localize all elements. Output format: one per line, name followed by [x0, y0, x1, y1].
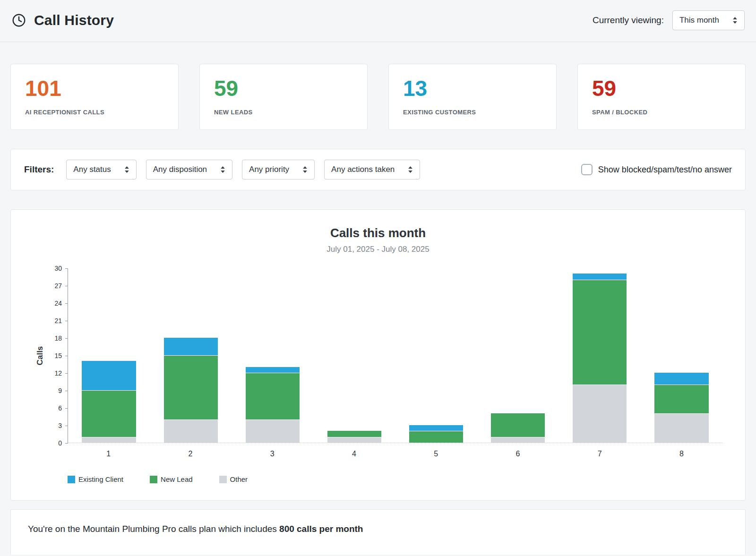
chart-title: Calls this month	[34, 226, 722, 240]
y-tick-mark	[65, 426, 68, 426]
bar-segment-other[interactable]	[491, 437, 545, 443]
bar-day-7[interactable]	[573, 274, 627, 443]
bar-segment-other[interactable]	[82, 437, 136, 443]
bar-day-5[interactable]	[409, 425, 463, 443]
x-tick-label: 3	[232, 450, 313, 458]
filter-dropdown-any-priority[interactable]: Any priority	[242, 160, 315, 180]
plan-info: You're on the Mountain Plumbing Pro call…	[10, 509, 746, 555]
filter-dropdown-any-status[interactable]: Any status	[66, 160, 136, 180]
bar-segment-existing-client[interactable]	[82, 361, 136, 390]
bar-segment-new-lead[interactable]	[573, 280, 627, 385]
x-axis-spacer	[34, 450, 68, 458]
legend-swatch	[150, 476, 157, 483]
updown-arrows-icon	[732, 17, 738, 24]
bar-segment-new-lead[interactable]	[327, 431, 381, 436]
y-tick-label: 21	[54, 317, 62, 325]
stat-label: EXISTING CUSTOMERS	[403, 109, 542, 116]
x-tick-label: 4	[313, 450, 395, 458]
y-tick-mark	[65, 373, 68, 374]
bar-segment-new-lead[interactable]	[491, 413, 545, 436]
bar-slot	[395, 268, 477, 443]
bar-segment-existing-client[interactable]	[246, 367, 300, 373]
filter-dropdown-any-actions-taken[interactable]: Any actions taken	[324, 160, 420, 180]
y-tick-label: 12	[54, 369, 62, 377]
filter-dropdowns: Any statusAny dispositionAny priorityAny…	[66, 160, 420, 180]
x-axis: 12345678	[34, 450, 722, 458]
stat-label: NEW LEADS	[214, 109, 353, 116]
bar-segment-existing-client[interactable]	[573, 274, 627, 279]
bar-day-8[interactable]	[654, 373, 708, 443]
x-tick-label: 6	[477, 450, 558, 458]
y-tick-mark	[65, 391, 68, 391]
y-tick-mark	[65, 286, 68, 286]
bar-segment-new-lead[interactable]	[409, 431, 463, 443]
stats-row: 101AI RECEPTIONIST CALLS59NEW LEADS13EXI…	[10, 64, 746, 130]
viewing-label: Currently viewing:	[593, 15, 664, 26]
x-tick-label: 7	[559, 450, 641, 458]
viewing-dropdown-value: This month	[679, 16, 719, 25]
stat-card-spam-blocked: 59SPAM / BLOCKED	[577, 64, 746, 130]
y-tick-label: 15	[54, 352, 62, 359]
bar-segment-existing-client[interactable]	[654, 373, 708, 385]
plan-info-quota: 800 calls per month	[279, 524, 363, 534]
filter-dropdown-value: Any actions taken	[331, 165, 395, 174]
bar-segment-other[interactable]	[164, 419, 218, 443]
bar-segment-new-lead[interactable]	[654, 385, 708, 414]
bar-segment-new-lead[interactable]	[82, 390, 136, 437]
updown-arrows-icon	[220, 166, 225, 173]
updown-arrows-icon	[302, 166, 308, 173]
y-axis: 036912151821242730	[47, 268, 68, 443]
show-blocked-label: Show blocked/spam/test/no answer	[598, 165, 732, 175]
x-tick-label: 2	[149, 450, 231, 458]
stat-card-existing-customers: 13EXISTING CUSTOMERS	[388, 64, 557, 130]
bar-slot	[232, 268, 313, 443]
bar-segment-new-lead[interactable]	[246, 373, 300, 419]
bar-segment-existing-client[interactable]	[164, 338, 218, 355]
y-tick-label: 27	[54, 282, 62, 290]
filter-dropdown-value: Any disposition	[153, 165, 207, 174]
updown-arrows-icon	[124, 166, 129, 173]
bar-segment-other[interactable]	[654, 413, 708, 443]
y-tick-mark	[65, 321, 68, 321]
y-tick-label: 6	[58, 404, 62, 412]
bar-day-1[interactable]	[82, 361, 136, 443]
legend-label: New Lead	[161, 475, 193, 483]
y-tick-mark	[65, 338, 68, 339]
plot-area	[68, 268, 722, 443]
stacked-bar-chart: Calls 036912151821242730	[34, 268, 722, 443]
bar-day-6[interactable]	[491, 413, 545, 443]
bar-segment-other[interactable]	[327, 437, 381, 443]
stat-value: 101	[25, 77, 164, 99]
viewing-control: Currently viewing: This month	[593, 10, 745, 30]
y-axis-title: Calls	[34, 268, 47, 443]
bar-segment-existing-client[interactable]	[409, 425, 463, 431]
legend-item-existing-client[interactable]: Existing Client	[68, 475, 123, 483]
viewing-dropdown[interactable]: This month	[672, 10, 745, 30]
filter-dropdown-value: Any status	[73, 165, 111, 174]
stat-value: 13	[403, 77, 542, 99]
legend-item-other[interactable]: Other	[219, 475, 248, 483]
filter-dropdown-any-disposition[interactable]: Any disposition	[146, 160, 232, 180]
stat-label: SPAM / BLOCKED	[592, 109, 731, 116]
bar-segment-other[interactable]	[573, 385, 627, 443]
stat-card-ai-receptionist-calls: 101AI RECEPTIONIST CALLS	[10, 64, 179, 130]
bar-day-4[interactable]	[327, 431, 381, 443]
bar-day-3[interactable]	[246, 367, 300, 443]
plan-info-text: You're on the Mountain Plumbing Pro call…	[28, 524, 279, 534]
show-blocked-toggle[interactable]: Show blocked/spam/test/no answer	[581, 164, 732, 175]
show-blocked-checkbox[interactable]	[581, 164, 593, 175]
page-header: Call History Currently viewing: This mon…	[0, 0, 756, 42]
filter-dropdown-value: Any priority	[249, 165, 289, 174]
filters-bar: Filters: Any statusAny dispositionAny pr…	[10, 149, 746, 190]
bar-day-2[interactable]	[164, 338, 218, 443]
bar-slot	[477, 268, 559, 443]
bar-slot	[313, 268, 395, 443]
y-tick-label: 18	[54, 334, 62, 342]
bar-slot	[641, 268, 722, 443]
filters-label: Filters:	[24, 164, 54, 175]
stat-label: AI RECEPTIONIST CALLS	[25, 109, 164, 116]
bar-segment-new-lead[interactable]	[164, 355, 218, 419]
bar-segment-other[interactable]	[246, 419, 300, 443]
legend-item-new-lead[interactable]: New Lead	[150, 475, 193, 483]
legend-swatch	[219, 476, 227, 483]
